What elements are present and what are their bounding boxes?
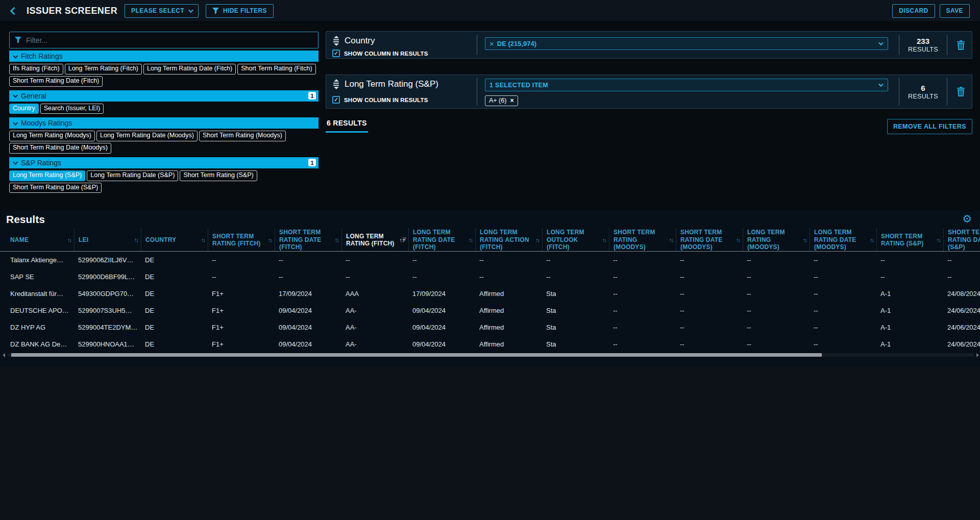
column-header[interactable]: SHORT TERM RATING (MOODYS)↑↓ — [609, 229, 676, 251]
table-row[interactable]: Kreditanstalt für…549300GDPG70…DEF1+17/0… — [0, 285, 980, 302]
column-header[interactable]: SHORT TERM RATING (FITCH)↑↓ — [208, 229, 275, 251]
checkbox-checked-icon[interactable]: ✓ — [332, 49, 340, 57]
remove-all-filters-button[interactable]: REMOVE ALL FILTERS — [887, 119, 972, 134]
remove-chip-icon[interactable]: × — [510, 97, 513, 104]
delete-filter-button[interactable] — [947, 32, 974, 58]
column-header[interactable]: SHORT TERM RATING DATE (MOODYS)↑↓ — [676, 229, 743, 251]
filter-group-header[interactable]: Moodys Ratings — [9, 117, 318, 129]
filter-group-header[interactable]: S&P Ratings1 — [9, 157, 318, 168]
filter-chip[interactable]: Country — [9, 104, 39, 114]
column-header[interactable]: SHORT TERM RATING DATE (S&P)↑↓ — [943, 229, 980, 251]
table-row[interactable]: DZ HYP AG5299004TE2DYM…DEF1+09/04/2024AA… — [0, 319, 980, 336]
sort-icon[interactable]: ↑↓ — [134, 237, 139, 243]
save-button[interactable]: SAVE — [940, 4, 970, 18]
scroll-left-arrow-icon[interactable] — [3, 353, 5, 357]
rating-value-dropdown[interactable]: 1 SELECTED ITEM — [485, 79, 888, 91]
gear-icon[interactable]: ⚙ — [962, 213, 972, 224]
filter-chip[interactable]: Long Term Rating (S&P) — [9, 170, 85, 181]
column-header[interactable]: SHORT TERM RATING DATE (FITCH)↑↓ — [275, 229, 341, 251]
scrollbar-thumb[interactable] — [11, 353, 822, 357]
show-column-checkbox-row[interactable]: ✓ SHOW COLUMN IN RESULTS — [332, 49, 477, 57]
filter-chip[interactable]: Long Term Rating Date (Moodys) — [96, 131, 198, 141]
hide-filters-button[interactable]: HIDE FILTERS — [206, 4, 274, 18]
filter-chip[interactable]: Short Term Rating (Moodys) — [199, 131, 286, 141]
checkbox-checked-icon[interactable]: ✓ — [332, 96, 340, 104]
filter-chip[interactable]: Long Term Rating Date (Fitch) — [143, 64, 236, 75]
filter-funnel-icon — [15, 37, 21, 43]
page-title: ISSUER SCREENER — [27, 6, 117, 16]
drag-handle-icon[interactable] — [332, 79, 340, 89]
filter-chip[interactable]: Ifs Rating (Fitch) — [9, 64, 63, 75]
chevron-down-icon — [878, 82, 884, 87]
sort-icon[interactable]: ↑↓ — [803, 237, 807, 243]
column-header-label: LONG TERM RATING (FITCH) — [346, 233, 400, 247]
drag-handle-icon[interactable] — [332, 36, 340, 46]
filter-chip[interactable]: Search (Issuer, LEI) — [40, 104, 104, 114]
filter-chip[interactable]: Long Term Rating (Moodys) — [9, 131, 95, 141]
sort-icon[interactable]: ↑↓ — [335, 237, 339, 243]
selected-rating-chip[interactable]: A+ (6) × — [485, 95, 518, 106]
table-row[interactable]: DZ BANK AG De…529900HNOAA1…DEF1+09/04/20… — [0, 336, 980, 353]
column-header[interactable]: LONG TERM RATING DATE (FITCH)↑↓ — [408, 229, 475, 251]
table-row[interactable]: DEUTSCHE APO…5299007S3UH5…DEF1+09/04/202… — [0, 302, 980, 319]
remove-tag-icon[interactable]: × — [489, 39, 494, 48]
table-row[interactable]: SAP SE529900D6BF99L…DE------------------… — [0, 268, 980, 285]
discard-button[interactable]: DISCARD — [892, 4, 935, 18]
show-column-label: SHOW COLUMN IN RESULTS — [344, 97, 428, 103]
sort-icon[interactable]: ↑↓ — [602, 237, 607, 243]
filter-group-header[interactable]: General1 — [9, 90, 318, 102]
filter-group-label: S&P Ratings — [21, 159, 61, 167]
table-cell: -- — [408, 256, 475, 264]
table-cell: Talanx Aktienge… — [0, 256, 74, 264]
trash-icon — [957, 40, 965, 50]
chevron-left-icon — [10, 7, 18, 15]
topbar-actions: DISCARD SAVE — [892, 4, 970, 18]
filter-chip[interactable]: Long Term Rating (Fitch) — [65, 64, 142, 75]
column-header[interactable]: SHORT TERM RATING (S&P)↑↓ — [876, 229, 943, 251]
filter-chip[interactable]: Short Term Rating Date (Fitch) — [9, 76, 103, 87]
sort-icon[interactable]: ↑↓ — [736, 237, 741, 243]
filter-chip[interactable]: Long Term Rating Date (S&P) — [87, 170, 178, 181]
sort-icon[interactable]: ↑↓ — [937, 237, 941, 243]
filter-search-input[interactable] — [26, 36, 313, 44]
view-select-dropdown[interactable]: PLEASE SELECT — [125, 4, 199, 18]
column-header-label: LONG TERM RATING DATE (MOODYS) — [814, 229, 869, 251]
sort-icon[interactable]: ↑↓ — [535, 237, 540, 243]
sort-ascending-icon[interactable]: ↑ — [400, 237, 407, 243]
table-cell: 24/08/2024 — [943, 290, 980, 298]
filter-chip[interactable]: Short Term Rating Date (Moodys) — [9, 143, 111, 154]
sort-icon[interactable]: ↑↓ — [67, 237, 72, 243]
column-header[interactable]: LEI↑↓ — [74, 229, 141, 251]
filter-chip[interactable]: Short Term Rating Date (S&P) — [9, 183, 102, 193]
sort-icon[interactable]: ↑↓ — [268, 237, 273, 243]
table-cell: A-1 — [876, 340, 943, 348]
table-cell: 24/06/2024 — [943, 307, 980, 314]
column-header-label: SHORT TERM RATING (FITCH) — [212, 233, 267, 247]
column-header-label: SHORT TERM RATING DATE (MOODYS) — [680, 229, 735, 251]
filter-chip[interactable]: Short Term Rating (S&P) — [180, 170, 257, 181]
table-row[interactable]: Talanx Aktienge…5299006ZIILJ6V…DE-------… — [0, 252, 980, 268]
scroll-right-arrow-icon[interactable] — [976, 353, 979, 357]
column-header[interactable]: NAME↑↓ — [0, 229, 74, 251]
column-header[interactable]: COUNTRY↑↓ — [141, 229, 208, 251]
table-cell: -- — [676, 273, 743, 281]
column-header-label: LONG TERM OUTLOOK (FITCH) — [547, 229, 601, 251]
sort-icon[interactable]: ↑↓ — [669, 237, 674, 243]
column-header[interactable]: LONG TERM RATING (MOODYS)↑↓ — [743, 229, 810, 251]
back-button[interactable] — [8, 5, 19, 16]
column-header[interactable]: LONG TERM RATING ACTION (FITCH)↑↓ — [475, 229, 542, 251]
column-header[interactable]: LONG TERM RATING (FITCH)↑ — [341, 229, 408, 251]
sort-icon[interactable]: ↑↓ — [870, 237, 874, 243]
filter-group-header[interactable]: Fitch Ratings — [9, 51, 318, 62]
filter-search-field[interactable] — [9, 32, 318, 48]
table-cell: 17/09/2024 — [275, 290, 341, 298]
show-column-checkbox-row[interactable]: ✓ SHOW COLUMN IN RESULTS — [332, 96, 477, 104]
delete-filter-button[interactable] — [947, 75, 974, 108]
filter-chip[interactable]: Short Term Rating (Fitch) — [237, 64, 315, 75]
column-header[interactable]: LONG TERM RATING DATE (MOODYS)↑↓ — [810, 229, 876, 251]
sort-icon[interactable]: ↑↓ — [201, 237, 206, 243]
column-header[interactable]: LONG TERM OUTLOOK (FITCH)↑↓ — [542, 229, 609, 251]
table-cell: 09/04/2024 — [408, 340, 475, 348]
sort-icon[interactable]: ↑↓ — [469, 237, 473, 243]
country-value-dropdown[interactable]: × DE (215,974) — [485, 37, 888, 50]
